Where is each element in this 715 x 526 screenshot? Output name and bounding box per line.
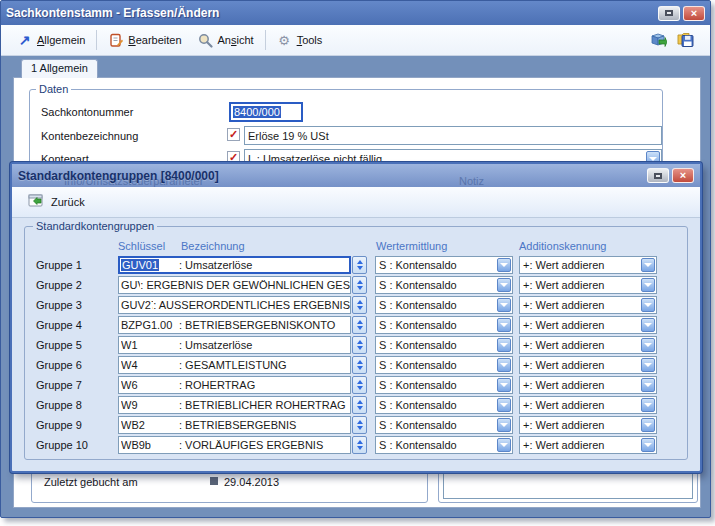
dropdown-button[interactable]	[641, 358, 655, 372]
dropdown-button[interactable]	[497, 418, 511, 432]
dialog-restore-button[interactable]	[647, 168, 669, 183]
table-row: Gruppe 2 GUV24.S3: ERGEBNIS DER GEWÖHNLI…	[36, 276, 686, 294]
save-button[interactable]	[677, 31, 694, 49]
standardkontengruppen-dialog: Info/Umsatzsteuerparameter Notiz Standar…	[10, 162, 702, 473]
chevron-down-icon	[500, 363, 508, 367]
wertermittlung-select[interactable]: S : Kontensaldo	[375, 296, 513, 314]
group-row-label: Gruppe 3	[36, 299, 118, 311]
additionskennung-select[interactable]: +: Wert addieren	[519, 356, 657, 374]
wertermittlung-select[interactable]: S : Kontensaldo	[375, 316, 513, 334]
main-window-controls: ×	[658, 6, 705, 21]
key-spinner[interactable]	[352, 356, 367, 374]
standardkontengruppen-group-label: Standardkontengruppen	[33, 220, 157, 232]
dropdown-button[interactable]	[497, 398, 511, 412]
additionskennung-select[interactable]: +: Wert addieren	[519, 416, 657, 434]
menu-item-bearbeiten[interactable]: Bearbeiten	[100, 30, 189, 51]
group-row-label: Gruppe 7	[36, 379, 118, 391]
key-input[interactable]: WB2: BETRIEBSERGEBNIS	[118, 416, 351, 434]
key-spinner[interactable]	[352, 336, 367, 354]
wertermittlung-select[interactable]: S : Kontensaldo	[375, 356, 513, 374]
key-spinner[interactable]	[352, 396, 367, 414]
dropdown-button[interactable]	[641, 438, 655, 452]
wertermittlung-select[interactable]: S : Kontensaldo	[375, 256, 513, 274]
chevron-down-icon	[500, 443, 508, 447]
wertermittlung-select[interactable]: S : Kontensaldo	[375, 376, 513, 394]
key-spinner[interactable]	[352, 316, 367, 334]
dropdown-button[interactable]	[641, 318, 655, 332]
key-spinner[interactable]	[352, 376, 367, 394]
additionskennung-select[interactable]: +: Wert addieren	[519, 396, 657, 414]
kontenbezeichnung-input[interactable]: Erlöse 19 % USt	[244, 126, 662, 145]
export-button[interactable]	[650, 31, 667, 49]
dialog-title: Standardkontengruppen [8400/000]	[18, 169, 219, 183]
dropdown-button[interactable]	[641, 378, 655, 392]
dropdown-button[interactable]	[497, 318, 511, 332]
table-row: Gruppe 4 BZPG1.00: BETRIEBSERGEBNISKONTO…	[36, 316, 686, 334]
column-header-schluessel: Schlüssel	[118, 240, 165, 252]
wertermittlung-select[interactable]: S : Kontensaldo	[375, 416, 513, 434]
dropdown-button[interactable]	[641, 398, 655, 412]
table-row: Gruppe 10 WB9b: VORLÄUFIGES ERGEBNIS S :…	[36, 436, 686, 454]
dropdown-button[interactable]	[641, 418, 655, 432]
key-input[interactable]: WB9b: VORLÄUFIGES ERGEBNIS	[118, 436, 351, 454]
menu-item-allgemein[interactable]: ↗ Allgemein	[9, 30, 93, 51]
key-spinner[interactable]	[352, 416, 367, 434]
key-spinner[interactable]	[352, 276, 367, 294]
additionskennung-select[interactable]: +: Wert addieren	[519, 336, 657, 354]
additionskennung-select[interactable]: +: Wert addieren	[519, 376, 657, 394]
dropdown-button[interactable]	[641, 298, 655, 312]
additionskennung-select[interactable]: +: Wert addieren	[519, 276, 657, 294]
key-input[interactable]: W6: ROHERTRAG	[118, 376, 351, 394]
dropdown-button[interactable]	[497, 438, 511, 452]
main-titlebar[interactable]: Sachkontenstamm - Erfassen/Ändern ×	[1, 1, 710, 25]
key-spinner[interactable]	[352, 256, 367, 274]
chevron-down-icon	[644, 323, 652, 327]
menu-item-tools[interactable]: ⚙ Tools	[269, 30, 331, 51]
key-input[interactable]: GUV01: Umsatzerlöse	[118, 256, 351, 274]
additionskennung-select[interactable]: +: Wert addieren	[519, 296, 657, 314]
key-input[interactable]: GUV27: AUSSERORDENTLICHES ERGEBNIS	[118, 296, 351, 314]
menu-item-ansicht[interactable]: Ansicht	[190, 30, 262, 51]
dropdown-button[interactable]	[497, 278, 511, 292]
dialog-close-button[interactable]: ×	[672, 168, 694, 183]
close-button[interactable]: ×	[683, 6, 705, 21]
close-icon: ×	[680, 170, 686, 181]
dropdown-button[interactable]	[641, 338, 655, 352]
key-input[interactable]: W9: BETRIEBLICHER ROHERTRAG	[118, 396, 351, 414]
dialog-titlebar[interactable]: Info/Umsatzsteuerparameter Notiz Standar…	[12, 164, 700, 187]
dropdown-button[interactable]	[497, 338, 511, 352]
toolbar-right-icons	[650, 31, 694, 49]
spinner-down-icon	[357, 406, 363, 410]
key-input[interactable]: W4: GESAMTLEISTUNG	[118, 356, 351, 374]
menu-separator	[265, 30, 266, 50]
spinner-up-icon	[357, 440, 363, 444]
dropdown-button[interactable]	[641, 278, 655, 292]
dropdown-button[interactable]	[497, 258, 511, 272]
wertermittlung-select[interactable]: S : Kontensaldo	[375, 336, 513, 354]
chevron-down-icon	[644, 423, 652, 427]
key-spinner[interactable]	[352, 296, 367, 314]
key-input[interactable]: BZPG1.00: BETRIEBSERGEBNISKONTO	[118, 316, 351, 334]
dropdown-button[interactable]	[497, 378, 511, 392]
additionskennung-select[interactable]: +: Wert addieren	[519, 256, 657, 274]
dropdown-button[interactable]	[497, 358, 511, 372]
dropdown-button[interactable]	[641, 258, 655, 272]
group-row-label: Gruppe 10	[36, 439, 118, 451]
key-spinner[interactable]	[352, 436, 367, 454]
dialog-window-controls: ×	[647, 168, 694, 183]
additionskennung-select[interactable]: +: Wert addieren	[519, 316, 657, 334]
restore-button[interactable]	[658, 6, 680, 21]
key-input[interactable]: GUV24.S3: ERGEBNIS DER GEWÖHNLICHEN GES	[118, 276, 351, 294]
spinner-down-icon	[357, 446, 363, 450]
back-button[interactable]: Zurück	[22, 192, 91, 213]
dropdown-button[interactable]	[497, 298, 511, 312]
kontenbezeichnung-checkbox[interactable]: ✓	[227, 128, 240, 141]
key-input[interactable]: W1: Umsatzerlöse	[118, 336, 351, 354]
wertermittlung-select[interactable]: S : Kontensaldo	[375, 276, 513, 294]
wertermittlung-select[interactable]: S : Kontensaldo	[375, 396, 513, 414]
tab-allgemein[interactable]: 1 Allgemein	[21, 59, 98, 78]
additionskennung-select[interactable]: +: Wert addieren	[519, 436, 657, 454]
wertermittlung-select[interactable]: S : Kontensaldo	[375, 436, 513, 454]
sachkontonummer-input[interactable]: 8400/000	[229, 102, 303, 122]
magnifier-icon	[198, 33, 213, 48]
